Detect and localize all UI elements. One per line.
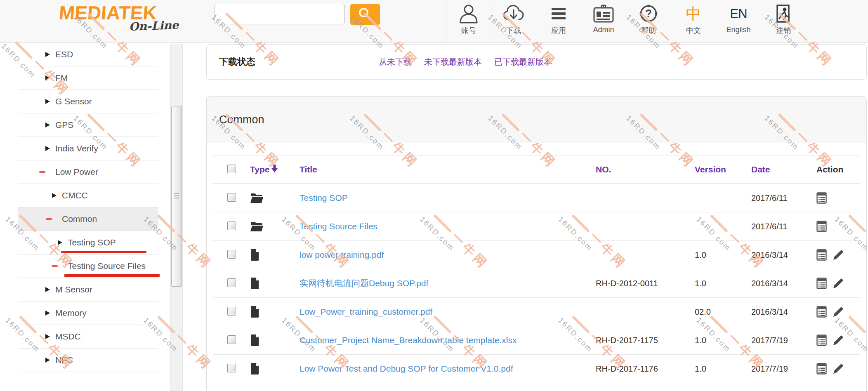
file-title-link[interactable]: Customer_Project Name_Breakdown table te…	[300, 335, 596, 345]
file-title-link[interactable]: low power training.pdf	[300, 250, 596, 260]
nav-label: English	[726, 26, 750, 34]
sidebar-item-testing-source-files[interactable]: Testing Source Files	[18, 254, 158, 278]
sidebar-item-common[interactable]: Common	[18, 207, 158, 231]
category-title: Common	[219, 113, 264, 126]
sidebar-item-cmcc[interactable]: CMCC	[18, 184, 158, 207]
sidebar-item-label: India Verify	[55, 144, 98, 153]
sidebar-scrollbar-thumb[interactable]	[171, 106, 182, 287]
nav-chinese[interactable]: 中中文	[671, 0, 716, 42]
mediatek-online-portal: MEDIATEK On-Line 账号下载应用Admin?帮助中中文ENEngl…	[0, 0, 868, 391]
doc-version: 1.0	[695, 364, 751, 374]
row-checkbox[interactable]	[227, 193, 236, 202]
detail-list-icon[interactable]	[816, 363, 827, 375]
file-title-link[interactable]: Testing Source Files	[300, 221, 596, 231]
detail-list-icon[interactable]	[816, 306, 827, 318]
sidebar-item-testing-sop[interactable]: Testing SOP	[18, 231, 158, 254]
detail-list-icon[interactable]	[816, 334, 827, 346]
doc-version: 1.0	[695, 250, 751, 260]
detail-list-icon[interactable]	[816, 249, 827, 261]
file-title-link[interactable]: 实网待机电流问题Debug SOP.pdf	[300, 278, 596, 289]
collapse-minus-icon	[52, 218, 62, 220]
search-bar	[215, 4, 380, 25]
status-filter-link[interactable]: 未下载最新版本	[424, 57, 482, 68]
row-checkbox[interactable]	[227, 364, 236, 372]
sidebar-item-gps[interactable]: GPS	[18, 113, 158, 137]
category-header: Common	[207, 97, 866, 143]
file-title-link[interactable]: Low_Power_training_customer.pdf	[300, 307, 596, 317]
edit-pencil-icon[interactable]	[833, 335, 844, 346]
table-row: Testing Source Files2017/6/11	[213, 212, 860, 241]
edit-pencil-icon[interactable]	[833, 250, 844, 261]
red-underline-annotation	[61, 251, 146, 253]
row-checkbox[interactable]	[227, 278, 236, 287]
column-header-title[interactable]: Title	[300, 165, 596, 174]
table-row: 实网待机电流问题Debug SOP.pdfRH-D-2012-00111.020…	[213, 269, 860, 298]
nav-help[interactable]: ?帮助	[626, 0, 671, 42]
nav-label: 下载	[506, 26, 521, 35]
column-header-type[interactable]: Type	[250, 165, 300, 174]
edit-pencil-icon[interactable]	[833, 306, 844, 318]
column-header-no[interactable]: NO.	[596, 165, 695, 174]
doc-date: 2016/3/14	[751, 279, 816, 288]
nav-account[interactable]: 账号	[446, 0, 491, 42]
magnifier-icon	[358, 7, 373, 23]
folder-icon	[250, 192, 300, 204]
file-title-link[interactable]: Testing SOP	[300, 193, 596, 203]
row-checkbox[interactable]	[227, 221, 236, 230]
row-checkbox[interactable]	[227, 307, 236, 316]
status-filter-link[interactable]: 从未下载	[379, 57, 412, 68]
type-header-label: Type	[250, 165, 269, 174]
nav-label: 账号	[461, 26, 476, 35]
logout-icon	[772, 2, 795, 25]
search-button[interactable]	[350, 4, 380, 25]
detail-list-icon[interactable]	[816, 192, 827, 204]
nav-label: 注销	[776, 26, 791, 35]
sidebar-item-memory[interactable]: Memory	[18, 301, 158, 325]
sidebar-item-label: Testing Source Files	[68, 261, 146, 271]
detail-list-icon[interactable]	[816, 278, 827, 289]
lang-zh-icon: 中	[682, 2, 705, 25]
select-all-checkbox[interactable]	[227, 165, 236, 173]
column-header-version[interactable]: Version	[695, 165, 751, 174]
search-input[interactable]	[215, 4, 345, 24]
collapse-minus-icon	[45, 171, 55, 173]
expand-triangle-icon	[45, 334, 55, 339]
nav-logout[interactable]: 注销	[761, 0, 806, 42]
sidebar-item-label: GPS	[55, 120, 73, 130]
sidebar-item-label: Memory	[55, 308, 87, 318]
sidebar-item-nfc[interactable]: NFC	[18, 349, 158, 372]
doc-number: RH-D-2017-1175	[596, 336, 695, 345]
mediatek-logo[interactable]: MEDIATEK On-Line	[59, 2, 179, 33]
nav-admin[interactable]: Admin	[581, 0, 626, 42]
expand-triangle-icon	[45, 52, 55, 57]
edit-pencil-icon[interactable]	[833, 363, 844, 375]
expand-triangle-icon	[45, 287, 55, 292]
expand-triangle-icon	[45, 75, 55, 80]
download-status-title: 下载状态	[219, 56, 379, 68]
column-header-action: Action	[816, 165, 860, 174]
sidebar-item-msdc[interactable]: MSDC	[18, 325, 158, 349]
column-header-date[interactable]: Date	[751, 165, 816, 174]
svg-text:?: ?	[645, 7, 652, 20]
sidebar-item-fm[interactable]: FM	[18, 66, 158, 90]
sidebar-item-esd[interactable]: ESD	[18, 43, 158, 66]
sidebar-item-m-sensor[interactable]: M Sensor	[18, 278, 158, 301]
file-title-link[interactable]: Low Power Test and Debug SOP for Custome…	[300, 364, 596, 374]
edit-pencil-icon[interactable]	[833, 278, 844, 289]
status-filter-link[interactable]: 已下载最新版本	[494, 57, 552, 68]
nav-download[interactable]: 下载	[491, 0, 536, 42]
sidebar-scrollbar-track[interactable]	[170, 44, 183, 391]
nav-english[interactable]: ENEnglish	[716, 0, 761, 42]
doc-date: 2016/3/14	[751, 307, 816, 317]
file-icon	[250, 334, 300, 346]
detail-list-icon[interactable]	[816, 221, 827, 232]
sidebar-item-label: Common	[62, 214, 97, 224]
sidebar-item-low-power[interactable]: Low Power	[18, 160, 158, 184]
doc-version: 1.0	[695, 279, 751, 288]
top-bar: MEDIATEK On-Line 账号下载应用Admin?帮助中中文ENEngl…	[0, 0, 868, 43]
sidebar-item-india-verify[interactable]: India Verify	[18, 137, 158, 160]
nav-apps[interactable]: 应用	[536, 0, 581, 42]
sidebar-item-g-sensor[interactable]: G Sensor	[18, 90, 158, 113]
row-checkbox[interactable]	[227, 335, 236, 344]
row-checkbox[interactable]	[227, 250, 236, 259]
